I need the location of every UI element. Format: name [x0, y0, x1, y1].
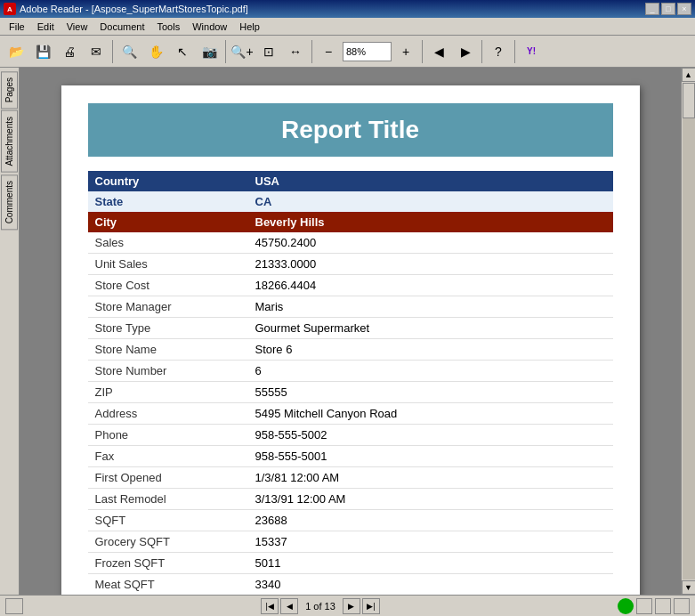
open-button[interactable]: 📂: [4, 39, 28, 64]
select-button[interactable]: ↖: [170, 39, 195, 64]
row-label: Store Name: [88, 339, 248, 361]
table-row: Sales45750.2400: [88, 232, 613, 254]
yahoo-button[interactable]: Y!: [519, 39, 544, 64]
row-value: 5011: [248, 553, 613, 574]
menu-tools[interactable]: Tools: [152, 20, 186, 34]
row-value: 6: [248, 361, 613, 382]
scroll-track[interactable]: [683, 83, 695, 580]
left-panel: Pages Attachments Comments: [0, 68, 20, 595]
menu-document[interactable]: Document: [94, 20, 150, 34]
next-view-button[interactable]: ▶: [453, 39, 478, 64]
email-button[interactable]: ✉: [84, 39, 109, 64]
row-label: SQFT: [88, 510, 248, 531]
find-button[interactable]: 🔍: [117, 39, 141, 64]
window-controls[interactable]: _ □ ×: [645, 3, 691, 15]
scroll-thumb[interactable]: [683, 83, 695, 118]
save-button[interactable]: 💾: [30, 39, 55, 64]
attachments-tab[interactable]: Attachments: [1, 110, 18, 173]
menu-help[interactable]: Help: [234, 20, 265, 34]
scroll-down-button[interactable]: ▼: [682, 580, 696, 595]
table-row: Store ManagerMaris: [88, 296, 613, 318]
close-button[interactable]: ×: [677, 3, 691, 15]
row-value: 55555: [248, 382, 613, 403]
main-layout: Pages Attachments Comments Report Title …: [0, 68, 695, 595]
zoom-in-btn2[interactable]: +: [393, 39, 418, 64]
city-row: City Beverly Hills: [88, 212, 613, 232]
state-label: State: [88, 191, 248, 212]
help-button[interactable]: ?: [486, 39, 511, 64]
row-value: Gourmet Supermarket: [248, 318, 613, 339]
row-value: 15337: [248, 531, 613, 553]
status-green-dot: [618, 598, 634, 614]
table-row: SQFT23688: [88, 510, 613, 531]
page-info: 1 of 13: [300, 601, 341, 612]
zoom-out-btn[interactable]: −: [316, 39, 341, 64]
minimize-button[interactable]: _: [645, 3, 659, 15]
table-row: Store TypeGourmet Supermarket: [88, 318, 613, 339]
sep5: [481, 40, 482, 63]
row-label: First Opened: [88, 467, 248, 489]
last-page-button[interactable]: ▶|: [362, 598, 380, 614]
row-label: Last Remodel: [88, 489, 248, 510]
prev-view-button[interactable]: ◀: [426, 39, 451, 64]
row-value: 23688: [248, 510, 613, 531]
table-row: Address5495 Mitchell Canyon Road: [88, 403, 613, 425]
fit-page-button[interactable]: ⊡: [256, 39, 281, 64]
table-row: Frozen SQFT5011: [88, 553, 613, 574]
row-value: 18266.4404: [248, 275, 613, 296]
row-value: 958-555-5002: [248, 425, 613, 446]
country-label: Country: [88, 171, 248, 191]
menu-view[interactable]: View: [61, 20, 93, 34]
table-row: Unit Sales21333.0000: [88, 254, 613, 275]
row-label: Sales: [88, 232, 248, 254]
prev-page-button[interactable]: ◀: [280, 598, 298, 614]
table-row: First Opened1/3/81 12:00 AM: [88, 467, 613, 489]
menu-edit[interactable]: Edit: [32, 20, 60, 34]
zoom-input[interactable]: 88%: [343, 42, 392, 61]
table-row: Last Remodel3/13/91 12:00 AM: [88, 489, 613, 510]
row-label: Store Number: [88, 361, 248, 382]
row-value: 3340: [248, 574, 613, 596]
sep2: [225, 40, 226, 63]
row-label: Store Manager: [88, 296, 248, 318]
pages-tab[interactable]: Pages: [1, 71, 18, 109]
maximize-button[interactable]: □: [661, 3, 675, 15]
row-label: Frozen SQFT: [88, 553, 248, 574]
city-value: Beverly Hills: [248, 212, 613, 232]
sep1: [112, 40, 113, 63]
table-row: Store Cost18266.4404: [88, 275, 613, 296]
menu-window[interactable]: Window: [187, 20, 232, 34]
row-label: Fax: [88, 446, 248, 467]
snapshot-button[interactable]: 📷: [197, 39, 222, 64]
toolbar: 📂 💾 🖨 ✉ 🔍 ✋ ↖ 📷 🔍+ ⊡ ↔ − 88% + ◀ ▶ ? Y!: [0, 36, 695, 68]
row-value: 1/3/81 12:00 AM: [248, 467, 613, 489]
country-value: USA: [248, 171, 613, 191]
row-value: 3/13/91 12:00 AM: [248, 489, 613, 510]
row-label: Phone: [88, 425, 248, 446]
status-box3: [674, 598, 690, 614]
sep3: [311, 40, 312, 63]
fit-width-button[interactable]: ↔: [283, 39, 308, 64]
state-row: State CA: [88, 191, 613, 212]
print-button[interactable]: 🖨: [57, 39, 82, 64]
menu-bar: File Edit View Document Tools Window Hel…: [0, 18, 695, 36]
status-box1: [636, 598, 652, 614]
comments-tab[interactable]: Comments: [1, 174, 18, 230]
status-box2: [655, 598, 671, 614]
nav-controls: |◀ ◀ 1 of 13 ▶ ▶|: [261, 598, 380, 614]
next-page-button[interactable]: ▶: [343, 598, 360, 614]
window-title: Adobe Reader - [Aspose_SuperMartStoresTo…: [20, 4, 248, 14]
table-row: Store NameStore 6: [88, 339, 613, 361]
hand-button[interactable]: ✋: [143, 39, 168, 64]
zoom-in-button[interactable]: 🔍+: [230, 39, 255, 64]
first-page-button[interactable]: |◀: [261, 598, 279, 614]
status-area: [5, 598, 23, 614]
menu-file[interactable]: File: [4, 20, 30, 34]
pdf-area: Report Title Country USA State CA City B…: [20, 68, 681, 595]
row-label: Meat SQFT: [88, 574, 248, 596]
row-label: ZIP: [88, 382, 248, 403]
row-value: 21333.0000: [248, 254, 613, 275]
right-scrollbar: ▲ ▼: [681, 68, 695, 595]
scroll-up-button[interactable]: ▲: [682, 68, 696, 82]
app-icon: A: [4, 3, 16, 15]
